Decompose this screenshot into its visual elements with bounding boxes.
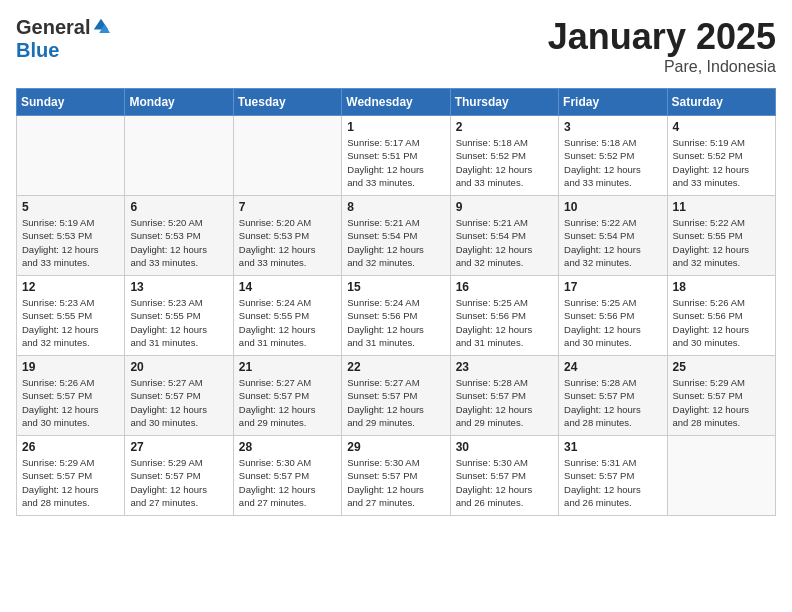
day-info: Sunrise: 5:24 AM Sunset: 5:56 PM Dayligh…: [347, 296, 444, 349]
day-info: Sunrise: 5:29 AM Sunset: 5:57 PM Dayligh…: [130, 456, 227, 509]
calendar-cell: 17Sunrise: 5:25 AM Sunset: 5:56 PM Dayli…: [559, 276, 667, 356]
logo: General Blue: [16, 16, 110, 62]
calendar-cell: 11Sunrise: 5:22 AM Sunset: 5:55 PM Dayli…: [667, 196, 775, 276]
week-row-1: 1Sunrise: 5:17 AM Sunset: 5:51 PM Daylig…: [17, 116, 776, 196]
day-number: 27: [130, 440, 227, 454]
page-header: General Blue January 2025 Pare, Indonesi…: [16, 16, 776, 76]
calendar-cell: 8Sunrise: 5:21 AM Sunset: 5:54 PM Daylig…: [342, 196, 450, 276]
day-info: Sunrise: 5:17 AM Sunset: 5:51 PM Dayligh…: [347, 136, 444, 189]
calendar-cell: 10Sunrise: 5:22 AM Sunset: 5:54 PM Dayli…: [559, 196, 667, 276]
logo-icon: [92, 16, 110, 34]
day-number: 21: [239, 360, 336, 374]
calendar-cell: [17, 116, 125, 196]
day-info: Sunrise: 5:18 AM Sunset: 5:52 PM Dayligh…: [564, 136, 661, 189]
day-number: 3: [564, 120, 661, 134]
calendar-cell: 23Sunrise: 5:28 AM Sunset: 5:57 PM Dayli…: [450, 356, 558, 436]
day-number: 7: [239, 200, 336, 214]
weekday-header-monday: Monday: [125, 89, 233, 116]
week-row-2: 5Sunrise: 5:19 AM Sunset: 5:53 PM Daylig…: [17, 196, 776, 276]
day-info: Sunrise: 5:30 AM Sunset: 5:57 PM Dayligh…: [347, 456, 444, 509]
calendar-cell: [125, 116, 233, 196]
day-number: 11: [673, 200, 770, 214]
calendar-cell: 22Sunrise: 5:27 AM Sunset: 5:57 PM Dayli…: [342, 356, 450, 436]
logo-general-text: General: [16, 16, 90, 39]
day-info: Sunrise: 5:30 AM Sunset: 5:57 PM Dayligh…: [239, 456, 336, 509]
day-number: 17: [564, 280, 661, 294]
day-info: Sunrise: 5:20 AM Sunset: 5:53 PM Dayligh…: [130, 216, 227, 269]
calendar-table: SundayMondayTuesdayWednesdayThursdayFrid…: [16, 88, 776, 516]
day-number: 22: [347, 360, 444, 374]
day-number: 30: [456, 440, 553, 454]
day-number: 31: [564, 440, 661, 454]
calendar-cell: 5Sunrise: 5:19 AM Sunset: 5:53 PM Daylig…: [17, 196, 125, 276]
day-info: Sunrise: 5:28 AM Sunset: 5:57 PM Dayligh…: [456, 376, 553, 429]
day-number: 20: [130, 360, 227, 374]
day-number: 8: [347, 200, 444, 214]
day-info: Sunrise: 5:20 AM Sunset: 5:53 PM Dayligh…: [239, 216, 336, 269]
day-info: Sunrise: 5:30 AM Sunset: 5:57 PM Dayligh…: [456, 456, 553, 509]
day-number: 18: [673, 280, 770, 294]
weekday-header-friday: Friday: [559, 89, 667, 116]
calendar-cell: 7Sunrise: 5:20 AM Sunset: 5:53 PM Daylig…: [233, 196, 341, 276]
calendar-cell: 31Sunrise: 5:31 AM Sunset: 5:57 PM Dayli…: [559, 436, 667, 516]
calendar-cell: 2Sunrise: 5:18 AM Sunset: 5:52 PM Daylig…: [450, 116, 558, 196]
week-row-3: 12Sunrise: 5:23 AM Sunset: 5:55 PM Dayli…: [17, 276, 776, 356]
day-info: Sunrise: 5:27 AM Sunset: 5:57 PM Dayligh…: [130, 376, 227, 429]
weekday-header-saturday: Saturday: [667, 89, 775, 116]
day-info: Sunrise: 5:23 AM Sunset: 5:55 PM Dayligh…: [22, 296, 119, 349]
title-section: January 2025 Pare, Indonesia: [548, 16, 776, 76]
calendar-cell: 1Sunrise: 5:17 AM Sunset: 5:51 PM Daylig…: [342, 116, 450, 196]
day-info: Sunrise: 5:22 AM Sunset: 5:54 PM Dayligh…: [564, 216, 661, 269]
day-number: 13: [130, 280, 227, 294]
day-info: Sunrise: 5:27 AM Sunset: 5:57 PM Dayligh…: [347, 376, 444, 429]
weekday-header-sunday: Sunday: [17, 89, 125, 116]
calendar-cell: 3Sunrise: 5:18 AM Sunset: 5:52 PM Daylig…: [559, 116, 667, 196]
day-number: 10: [564, 200, 661, 214]
weekday-header-row: SundayMondayTuesdayWednesdayThursdayFrid…: [17, 89, 776, 116]
logo-blue-text: Blue: [16, 39, 59, 62]
location-text: Pare, Indonesia: [548, 58, 776, 76]
day-number: 29: [347, 440, 444, 454]
day-number: 24: [564, 360, 661, 374]
week-row-5: 26Sunrise: 5:29 AM Sunset: 5:57 PM Dayli…: [17, 436, 776, 516]
calendar-cell: [233, 116, 341, 196]
day-info: Sunrise: 5:19 AM Sunset: 5:52 PM Dayligh…: [673, 136, 770, 189]
day-number: 16: [456, 280, 553, 294]
week-row-4: 19Sunrise: 5:26 AM Sunset: 5:57 PM Dayli…: [17, 356, 776, 436]
day-info: Sunrise: 5:26 AM Sunset: 5:57 PM Dayligh…: [22, 376, 119, 429]
day-number: 6: [130, 200, 227, 214]
day-info: Sunrise: 5:23 AM Sunset: 5:55 PM Dayligh…: [130, 296, 227, 349]
calendar-cell: 28Sunrise: 5:30 AM Sunset: 5:57 PM Dayli…: [233, 436, 341, 516]
calendar-cell: 12Sunrise: 5:23 AM Sunset: 5:55 PM Dayli…: [17, 276, 125, 356]
weekday-header-wednesday: Wednesday: [342, 89, 450, 116]
day-info: Sunrise: 5:25 AM Sunset: 5:56 PM Dayligh…: [456, 296, 553, 349]
calendar-cell: 9Sunrise: 5:21 AM Sunset: 5:54 PM Daylig…: [450, 196, 558, 276]
calendar-cell: 29Sunrise: 5:30 AM Sunset: 5:57 PM Dayli…: [342, 436, 450, 516]
day-info: Sunrise: 5:22 AM Sunset: 5:55 PM Dayligh…: [673, 216, 770, 269]
calendar-cell: 27Sunrise: 5:29 AM Sunset: 5:57 PM Dayli…: [125, 436, 233, 516]
weekday-header-tuesday: Tuesday: [233, 89, 341, 116]
calendar-cell: 19Sunrise: 5:26 AM Sunset: 5:57 PM Dayli…: [17, 356, 125, 436]
calendar-cell: 6Sunrise: 5:20 AM Sunset: 5:53 PM Daylig…: [125, 196, 233, 276]
calendar-cell: 20Sunrise: 5:27 AM Sunset: 5:57 PM Dayli…: [125, 356, 233, 436]
day-info: Sunrise: 5:28 AM Sunset: 5:57 PM Dayligh…: [564, 376, 661, 429]
day-info: Sunrise: 5:21 AM Sunset: 5:54 PM Dayligh…: [456, 216, 553, 269]
calendar-cell: 4Sunrise: 5:19 AM Sunset: 5:52 PM Daylig…: [667, 116, 775, 196]
calendar-cell: 13Sunrise: 5:23 AM Sunset: 5:55 PM Dayli…: [125, 276, 233, 356]
day-number: 12: [22, 280, 119, 294]
day-number: 1: [347, 120, 444, 134]
day-info: Sunrise: 5:29 AM Sunset: 5:57 PM Dayligh…: [22, 456, 119, 509]
day-info: Sunrise: 5:18 AM Sunset: 5:52 PM Dayligh…: [456, 136, 553, 189]
day-number: 2: [456, 120, 553, 134]
day-number: 5: [22, 200, 119, 214]
day-info: Sunrise: 5:21 AM Sunset: 5:54 PM Dayligh…: [347, 216, 444, 269]
day-info: Sunrise: 5:29 AM Sunset: 5:57 PM Dayligh…: [673, 376, 770, 429]
calendar-cell: 16Sunrise: 5:25 AM Sunset: 5:56 PM Dayli…: [450, 276, 558, 356]
day-number: 23: [456, 360, 553, 374]
month-title: January 2025: [548, 16, 776, 58]
day-number: 14: [239, 280, 336, 294]
calendar-cell: 15Sunrise: 5:24 AM Sunset: 5:56 PM Dayli…: [342, 276, 450, 356]
day-info: Sunrise: 5:31 AM Sunset: 5:57 PM Dayligh…: [564, 456, 661, 509]
day-number: 4: [673, 120, 770, 134]
calendar-cell: 14Sunrise: 5:24 AM Sunset: 5:55 PM Dayli…: [233, 276, 341, 356]
